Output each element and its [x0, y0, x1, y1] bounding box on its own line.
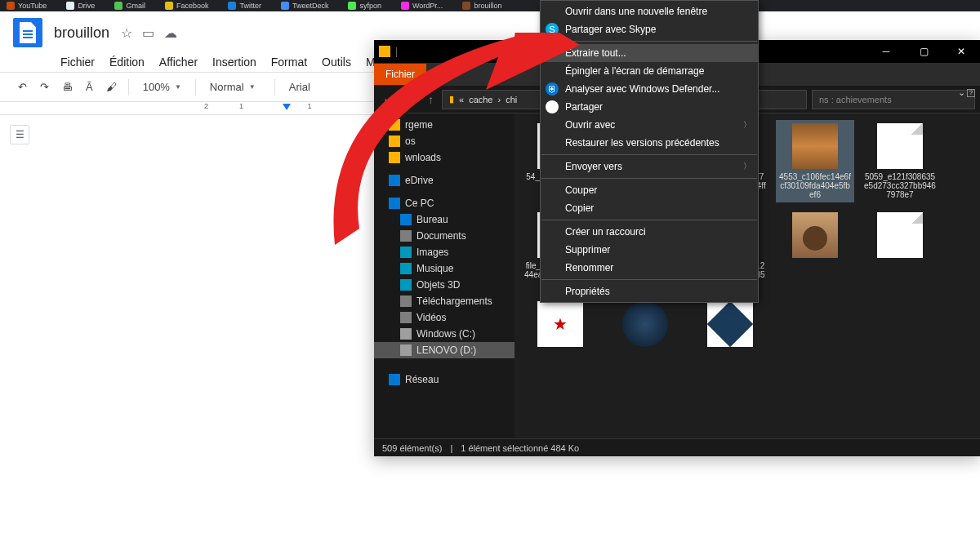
star-icon[interactable]: ☆	[121, 25, 132, 41]
menubar-item[interactable]: Afficher	[153, 52, 204, 72]
file-item[interactable]: 5059_e121f308635e5d273cc327bb9467978e7	[861, 120, 939, 202]
outline-toggle-button[interactable]: ☰	[10, 125, 29, 144]
context-menu-item[interactable]: Couper	[541, 181, 758, 199]
browser-tab[interactable]: WordPr...	[401, 2, 443, 10]
search-input[interactable]: ns : achievements	[812, 90, 975, 109]
font-select[interactable]: Arial	[282, 78, 339, 96]
nav-fwd-button[interactable]: →	[402, 93, 420, 106]
zoom-select[interactable]: 100%▼	[136, 78, 189, 96]
sidebar-item[interactable]: os	[374, 133, 514, 149]
redo-button[interactable]: ↷	[35, 78, 54, 96]
file-item[interactable]	[861, 209, 939, 291]
context-menu: Ouvrir dans une nouvelle fenêtreSPartage…	[540, 0, 759, 303]
menu-item-icon: S	[546, 23, 559, 36]
maximize-button[interactable]: ▢	[905, 40, 942, 63]
sidebar-item[interactable]: Réseau	[374, 371, 514, 388]
sidebar-item[interactable]: Vidéos	[374, 309, 514, 326]
browser-tab[interactable]: TweetDeck	[281, 2, 329, 10]
style-select[interactable]: Normal▼	[203, 78, 268, 96]
context-menu-item[interactable]: ⛨Analyser avec Windows Defender...	[541, 80, 758, 98]
status-count: 509 élément(s)	[382, 443, 442, 453]
ribbon-tab-fichier[interactable]: Fichier	[374, 64, 426, 85]
sidebar-item-label: Images	[416, 247, 448, 258]
docs-title[interactable]: brouillon	[54, 24, 109, 42]
nav-back-button[interactable]: ←	[379, 93, 397, 106]
sidebar-item[interactable]: Bureau	[374, 211, 514, 228]
browser-tab[interactable]: Gmail	[114, 2, 145, 10]
sidebar-item[interactable]: rgeme	[374, 117, 514, 133]
menubar-item[interactable]: Format	[265, 52, 314, 72]
move-icon[interactable]: ▭	[142, 25, 154, 41]
file-item[interactable]: 4553_c106fec14e6fcf30109fda404e5fbef6	[776, 120, 854, 202]
file-item[interactable]: ★	[521, 298, 599, 353]
submenu-arrow-icon: 〉	[743, 119, 751, 131]
context-menu-item[interactable]: Restaurer les versions précédentes	[541, 134, 758, 152]
context-menu-item[interactable]: Envoyer vers〉	[541, 158, 758, 176]
sidebar-item-label: Bureau	[416, 214, 448, 225]
sidebar-item[interactable]: Objets 3D	[374, 277, 514, 293]
ic-folder-icon	[389, 136, 400, 147]
context-menu-item[interactable]: Ouvrir dans une nouvelle fenêtre	[541, 2, 758, 20]
menu-item-icon: ⛨	[546, 82, 559, 96]
menubar-item[interactable]: Édition	[103, 52, 151, 72]
ribbon-tab-accueil[interactable]: Ac	[426, 64, 461, 85]
context-menu-item[interactable]: Renommer	[541, 259, 758, 277]
ic-folder-icon	[389, 119, 400, 131]
sidebar-item-label: wnloads	[405, 152, 441, 163]
print-button[interactable]: 🖶	[57, 78, 78, 96]
menubar-item[interactable]: Outils	[315, 52, 358, 72]
sidebar-item[interactable]: wnloads	[374, 149, 514, 166]
margin-marker-icon[interactable]	[283, 104, 291, 110]
context-menu-item[interactable]: Copier	[541, 199, 758, 217]
menu-item-label: Propriétés	[565, 286, 610, 297]
sidebar-item-label: Objets 3D	[416, 279, 460, 291]
sidebar-item[interactable]: Musique	[374, 260, 514, 277]
sidebar-item[interactable]: Téléchargements	[374, 293, 514, 309]
sidebar-item[interactable]: eDrive	[374, 172, 514, 189]
browser-tab[interactable]: brouillon	[462, 2, 501, 10]
sidebar-item[interactable]: Documents	[374, 228, 514, 244]
browser-tab[interactable]: YouTube	[7, 2, 47, 10]
context-menu-item[interactable]: Ouvrir avec〉	[541, 116, 758, 134]
folder-icon	[379, 46, 390, 57]
context-menu-item[interactable]: Créer un raccourci	[541, 223, 758, 241]
browser-tab[interactable]: Twitter	[228, 2, 261, 10]
context-menu-item[interactable]: Supprimer	[541, 241, 758, 259]
browser-tab[interactable]: Facebook	[165, 2, 209, 10]
browser-tab[interactable]: syfpon	[348, 2, 381, 10]
sidebar-item[interactable]: LENOVO (D:)	[374, 342, 514, 358]
ic-folder-icon	[389, 152, 400, 163]
ribbon-expand-button[interactable]: ⌄ ?	[958, 87, 975, 98]
docs-logo[interactable]	[13, 18, 42, 47]
sidebar-item[interactable]: Images	[374, 244, 514, 260]
sidebar-item[interactable]: Windows (C:)	[374, 326, 514, 342]
statusbar: 509 élément(s) | 1 élément sélectionné 4…	[374, 438, 980, 456]
favicon-icon	[281, 2, 289, 10]
close-button[interactable]: ✕	[942, 40, 980, 63]
minimize-button[interactable]: ─	[867, 40, 905, 63]
context-menu-item[interactable]: Extraire tout...	[541, 44, 758, 62]
sidebar-item-label: eDrive	[405, 175, 434, 186]
context-menu-item[interactable]: Propriétés	[541, 282, 758, 300]
menu-item-label: Ouvrir avec	[565, 119, 615, 131]
menubar-item[interactable]: Insertion	[206, 52, 263, 72]
context-menu-item[interactable]: ↗Partager	[541, 98, 758, 116]
spellcheck-button[interactable]: Ă	[81, 78, 98, 96]
paint-format-button[interactable]: 🖌	[101, 78, 122, 96]
cloud-icon[interactable]: ☁	[164, 25, 177, 41]
file-item[interactable]	[776, 209, 854, 291]
undo-button[interactable]: ↶	[13, 78, 32, 96]
sidebar-item-label: Vidéos	[416, 312, 446, 323]
file-item[interactable]	[691, 298, 769, 353]
file-item[interactable]	[606, 298, 684, 353]
browser-tab[interactable]: Drive	[66, 2, 95, 10]
menu-separator	[541, 220, 757, 220]
sidebar-item[interactable]: Ce PC	[374, 195, 514, 211]
menubar-item[interactable]: Fichier	[54, 52, 101, 72]
context-menu-item[interactable]: Épingler à l'écran de démarrage	[541, 62, 758, 80]
qat-divider: |	[395, 46, 398, 57]
nav-up-button[interactable]: ↑	[425, 93, 437, 106]
context-menu-item[interactable]: SPartager avec Skype	[541, 20, 758, 38]
menu-item-label: Créer un raccourci	[565, 226, 646, 238]
menu-item-label: Partager	[565, 101, 603, 113]
